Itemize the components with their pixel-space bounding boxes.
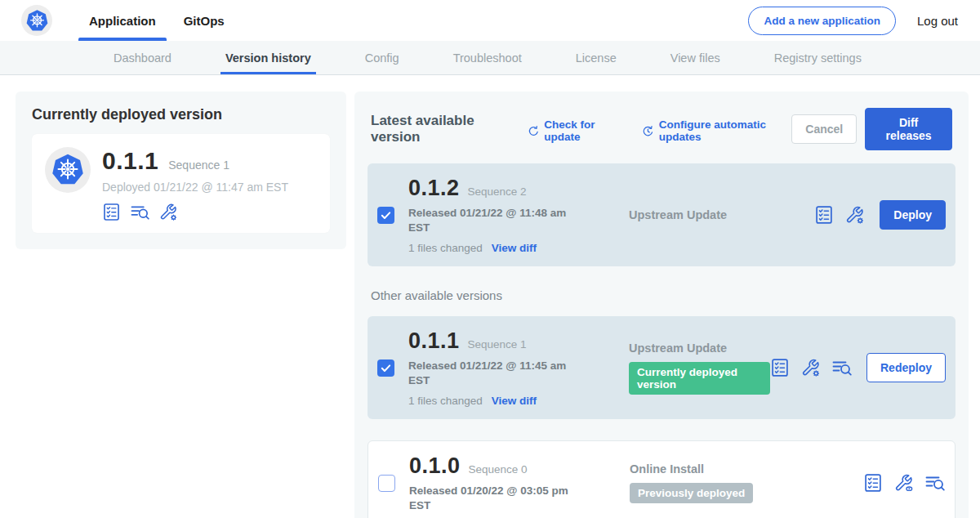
edit-config-icon[interactable] [845,205,865,225]
version-checkbox[interactable] [378,475,395,492]
top-header: Application GitOps Add a new application… [0,0,980,41]
deployed-version-card: 0.1.1 Sequence 1 Deployed 01/21/22 @ 11:… [32,134,330,233]
view-config-icon[interactable] [894,473,914,493]
version-released-date: Released 01/21/22 @ 11:48 am EST [408,206,572,234]
other-available-versions-title: Other available versions [371,288,952,302]
release-notes-icon[interactable] [814,205,834,225]
version-meta: 0.1.0 Sequence 0 Released 01/20/22 @ 03:… [409,453,590,512]
checkmark-icon [380,209,392,221]
tab-application-label: Application [89,14,156,28]
version-checkbox[interactable] [377,207,394,224]
version-source-label: Upstream Update [629,342,770,355]
view-diff-link[interactable]: View diff [492,395,537,407]
version-actions: Redeploy [770,353,946,382]
release-notes-icon[interactable] [102,203,121,221]
version-released-date: Released 01/21/22 @ 11:45 am EST [408,359,572,387]
version-source-column: Upstream Update [590,208,814,221]
version-checkbox[interactable] [377,359,394,377]
version-row-0-1-0: 0.1.0 Sequence 0 Released 01/20/22 @ 03:… [368,440,956,518]
release-notes-icon[interactable] [770,358,790,377]
release-notes-icon[interactable] [863,473,883,493]
latest-available-header: Latest available version Check for updat… [371,108,952,150]
configure-automatic-updates-link[interactable]: Configure automatic updates [642,118,791,143]
version-number: 0.1.0 [409,453,461,479]
preflight-checks-icon[interactable] [925,473,945,493]
edit-config-icon[interactable] [159,203,178,221]
add-new-application-button[interactable]: Add a new application [748,7,896,35]
edit-config-icon[interactable] [801,358,821,377]
app-tabs: Application GitOps [78,0,235,41]
deployed-date: Deployed 01/21/22 @ 11:47 am EST [102,181,288,194]
currently-deployed-badge: Currently deployed version [629,362,770,395]
currently-deployed-title: Currently deployed version [32,106,330,123]
kubernetes-logo-icon [21,5,52,36]
subnav-registry-settings[interactable]: Registry settings [773,41,863,74]
version-sequence: Sequence 0 [469,463,528,476]
version-actions [863,473,945,493]
version-meta: 0.1.1 Sequence 1 Released 01/21/22 @ 11:… [408,328,590,407]
version-actions: Deploy [814,200,946,230]
subnav-dashboard[interactable]: Dashboard [112,41,173,74]
subnav-troubleshoot[interactable]: Troubleshoot [452,41,523,74]
tab-application[interactable]: Application [78,0,167,41]
previously-deployed-badge: Previously deployed [630,483,753,503]
version-meta: 0.1.2 Sequence 2 Released 01/21/22 @ 11:… [408,176,590,254]
tab-gitops-label: GitOps [184,14,225,28]
subnav-version-history[interactable]: Version history [224,41,313,74]
deployed-version-sequence: Sequence 1 [168,159,229,172]
currently-deployed-panel: Currently deployed version 0.1.1 Sequenc… [16,92,346,249]
latest-available-title: Latest available version [371,113,508,145]
deployed-version-number: 0.1.1 [102,147,158,175]
view-diff-link[interactable]: View diff [492,242,537,254]
logout-link[interactable]: Log out [917,14,958,28]
app-kubernetes-icon [45,147,91,193]
subnav-config[interactable]: Config [363,41,401,74]
redeploy-button[interactable]: Redeploy [866,353,946,382]
subnav-view-files[interactable]: View files [669,41,722,74]
version-number: 0.1.2 [408,176,460,201]
version-row-0-1-1: 0.1.1 Sequence 1 Released 01/21/22 @ 11:… [368,316,956,419]
schedule-icon [642,124,654,138]
preflight-checks-icon[interactable] [832,358,852,377]
preflight-checks-icon[interactable] [131,203,149,221]
check-for-update-link[interactable]: Check for update [528,118,622,143]
files-changed-label: 1 files changed [408,395,483,407]
deployed-version-actions [102,203,288,221]
version-source-column: Upstream Update Currently deployed versi… [590,342,770,395]
main-content: Currently deployed version 0.1.1 Sequenc… [0,75,980,518]
refresh-icon [528,124,540,138]
header-spacer [235,0,749,41]
subnav-license[interactable]: License [574,41,618,74]
version-row-0-1-2: 0.1.2 Sequence 2 Released 01/21/22 @ 11:… [368,163,956,266]
version-source-label: Online Install [630,462,863,476]
configure-automatic-updates-label: Configure automatic updates [659,118,791,143]
files-changed-label: 1 files changed [408,242,483,254]
deploy-button[interactable]: Deploy [880,200,946,230]
version-number: 0.1.1 [408,328,460,354]
checkmark-icon [380,362,392,374]
deployed-version-details: 0.1.1 Sequence 1 Deployed 01/21/22 @ 11:… [102,147,288,221]
app-subnav: Dashboard Version history Config Trouble… [0,41,980,75]
check-for-update-label: Check for update [544,118,622,143]
version-sequence: Sequence 1 [468,338,527,351]
tab-gitops[interactable]: GitOps [173,0,235,41]
version-history-panel: Latest available version Check for updat… [354,92,969,518]
version-released-date: Released 01/20/22 @ 03:05 pm EST [409,484,572,512]
version-sequence: Sequence 2 [468,185,527,198]
version-source-column: Online Install Previously deployed [590,462,863,503]
version-source-label: Upstream Update [629,208,814,221]
diff-releases-button[interactable]: Diff releases [865,108,952,150]
cancel-button[interactable]: Cancel [791,114,857,144]
